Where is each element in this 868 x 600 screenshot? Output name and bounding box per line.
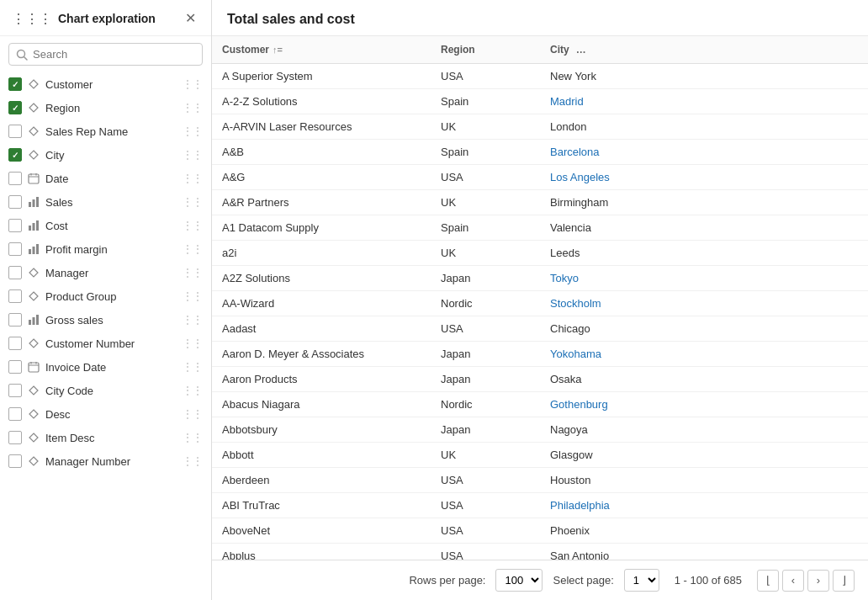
cell-region: USA bbox=[431, 468, 540, 493]
checkbox-region[interactable] bbox=[8, 101, 22, 114]
more-options-icon[interactable]: … bbox=[576, 44, 586, 56]
checkbox-product_group[interactable] bbox=[8, 289, 22, 303]
sort-icon: ↑= bbox=[273, 45, 283, 55]
checkbox-item_desc[interactable] bbox=[8, 431, 22, 444]
checkbox-customer_number[interactable] bbox=[8, 337, 22, 350]
table-container[interactable]: Customer ↑= Region City … bbox=[212, 36, 868, 560]
drag-handle-gross_sales[interactable]: ⋮⋮ bbox=[183, 314, 203, 326]
field-icon-item_desc bbox=[27, 431, 40, 444]
field-label-customer: Customer bbox=[45, 78, 177, 91]
column-header-city[interactable]: City … bbox=[540, 36, 868, 64]
sidebar-header: ⋮⋮⋮ Chart exploration ✕ bbox=[0, 0, 211, 36]
checkbox-city[interactable] bbox=[8, 148, 22, 162]
column-header-customer[interactable]: Customer ↑= bbox=[212, 36, 431, 64]
sidebar-item-desc[interactable]: Desc⋮⋮ bbox=[0, 402, 211, 426]
column-header-region[interactable]: Region bbox=[431, 36, 540, 64]
checkbox-gross_sales[interactable] bbox=[8, 313, 22, 327]
sidebar-item-manager[interactable]: Manager⋮⋮ bbox=[0, 261, 211, 284]
svg-rect-14 bbox=[33, 223, 35, 231]
drag-handle-region[interactable]: ⋮⋮ bbox=[183, 102, 203, 114]
drag-handle-item_desc[interactable]: ⋮⋮ bbox=[183, 432, 203, 443]
checkbox-desc[interactable] bbox=[8, 407, 22, 421]
rows-per-page-select[interactable]: 100 10 25 50 bbox=[495, 569, 542, 592]
svg-rect-13 bbox=[29, 226, 31, 231]
cell-city[interactable]: Yokohama bbox=[540, 342, 868, 367]
field-label-region: Region bbox=[45, 102, 177, 114]
cell-customer: ABI TruTrac bbox=[212, 493, 431, 518]
search-input[interactable] bbox=[33, 48, 195, 61]
cell-city[interactable]: Tokyo bbox=[540, 266, 868, 291]
cell-customer: Aaron D. Meyer & Associates bbox=[212, 342, 431, 367]
checkbox-invoice_date[interactable] bbox=[8, 360, 22, 374]
drag-handle-invoice_date[interactable]: ⋮⋮ bbox=[183, 361, 203, 373]
sidebar-item-city_code[interactable]: City Code⋮⋮ bbox=[0, 379, 211, 402]
close-button[interactable]: ✕ bbox=[182, 10, 199, 27]
cell-city[interactable]: Gothenburg bbox=[540, 392, 868, 417]
field-label-date: Date bbox=[45, 173, 177, 185]
next-page-button[interactable]: › bbox=[807, 570, 829, 592]
drag-handle-manager[interactable]: ⋮⋮ bbox=[183, 267, 203, 279]
cell-region: USA bbox=[431, 493, 540, 518]
sidebar-item-item_desc[interactable]: Item Desc⋮⋮ bbox=[0, 426, 211, 449]
cell-city[interactable]: Los Angeles bbox=[540, 165, 868, 190]
sidebar-item-customer[interactable]: Customer⋮⋮ bbox=[0, 72, 211, 96]
sidebar-item-invoice_date[interactable]: Invoice Date⋮⋮ bbox=[0, 355, 211, 379]
drag-handle-manager_number[interactable]: ⋮⋮ bbox=[183, 455, 203, 467]
table-row: AbplusUSASan Antonio bbox=[212, 544, 868, 560]
field-label-item_desc: Item Desc bbox=[45, 432, 177, 444]
prev-page-button[interactable]: ‹ bbox=[782, 570, 804, 592]
drag-handle-profit_margin[interactable]: ⋮⋮ bbox=[183, 243, 203, 255]
svg-marker-4 bbox=[29, 127, 38, 135]
svg-rect-12 bbox=[36, 197, 39, 207]
checkbox-cost[interactable] bbox=[8, 219, 22, 232]
sidebar-item-sales_rep_name[interactable]: Sales Rep Name⋮⋮ bbox=[0, 119, 211, 143]
cell-city[interactable]: Stockholm bbox=[540, 291, 868, 316]
cell-city[interactable]: Madrid bbox=[540, 89, 868, 114]
checkbox-city_code[interactable] bbox=[8, 384, 22, 397]
drag-handle-date[interactable]: ⋮⋮ bbox=[183, 173, 203, 184]
cell-region: Spain bbox=[431, 140, 540, 165]
drag-handle-desc[interactable]: ⋮⋮ bbox=[183, 408, 203, 420]
svg-rect-23 bbox=[36, 315, 39, 325]
first-page-button[interactable]: ⌊ bbox=[757, 570, 779, 592]
svg-line-1 bbox=[24, 56, 28, 60]
drag-handle-city_code[interactable]: ⋮⋮ bbox=[183, 385, 203, 396]
table-row: AboveNetUSAPhoenix bbox=[212, 518, 868, 544]
sidebar-item-product_group[interactable]: Product Group⋮⋮ bbox=[0, 284, 211, 308]
drag-handle-sales_rep_name[interactable]: ⋮⋮ bbox=[183, 125, 203, 137]
checkbox-manager[interactable] bbox=[8, 266, 22, 279]
checkbox-date[interactable] bbox=[8, 172, 22, 185]
checkbox-customer[interactable] bbox=[8, 77, 22, 91]
drag-handle-customer[interactable]: ⋮⋮ bbox=[183, 78, 203, 90]
checkbox-sales[interactable] bbox=[8, 195, 22, 209]
cell-city: Houston bbox=[540, 468, 868, 493]
field-label-desc: Desc bbox=[45, 408, 177, 421]
drag-handle-cost[interactable]: ⋮⋮ bbox=[183, 220, 203, 231]
sidebar-item-manager_number[interactable]: Manager Number⋮⋮ bbox=[0, 449, 211, 473]
cell-customer: Abplus bbox=[212, 544, 431, 560]
checkbox-profit_margin[interactable] bbox=[8, 242, 22, 256]
cell-city[interactable]: Philadelphia bbox=[540, 493, 868, 518]
drag-handle-sales[interactable]: ⋮⋮ bbox=[183, 196, 203, 208]
cell-city[interactable]: Barcelona bbox=[540, 140, 868, 165]
search-icon bbox=[16, 49, 28, 61]
sidebar-item-sales[interactable]: Sales⋮⋮ bbox=[0, 190, 211, 214]
sidebar-item-city[interactable]: City⋮⋮ bbox=[0, 143, 211, 167]
drag-handle-customer_number[interactable]: ⋮⋮ bbox=[183, 337, 203, 349]
last-page-button[interactable]: ⌋ bbox=[833, 570, 855, 592]
drag-handle-city[interactable]: ⋮⋮ bbox=[183, 149, 203, 161]
select-page-select[interactable]: 1 bbox=[624, 569, 659, 592]
field-label-city: City bbox=[45, 149, 177, 162]
drag-handle-product_group[interactable]: ⋮⋮ bbox=[183, 290, 203, 302]
data-table: Customer ↑= Region City … bbox=[212, 36, 868, 560]
sidebar-item-profit_margin[interactable]: Profit margin⋮⋮ bbox=[0, 237, 211, 261]
sidebar-item-cost[interactable]: Cost⋮⋮ bbox=[0, 214, 211, 237]
checkbox-sales_rep_name[interactable] bbox=[8, 125, 22, 138]
sidebar-item-date[interactable]: Date⋮⋮ bbox=[0, 167, 211, 190]
sidebar-item-customer_number[interactable]: Customer Number⋮⋮ bbox=[0, 332, 211, 355]
sidebar-item-region[interactable]: Region⋮⋮ bbox=[0, 96, 211, 119]
field-label-gross_sales: Gross sales bbox=[45, 314, 177, 327]
checkbox-manager_number[interactable] bbox=[8, 454, 22, 468]
field-label-manager_number: Manager Number bbox=[45, 455, 177, 468]
sidebar-item-gross_sales[interactable]: Gross sales⋮⋮ bbox=[0, 308, 211, 332]
